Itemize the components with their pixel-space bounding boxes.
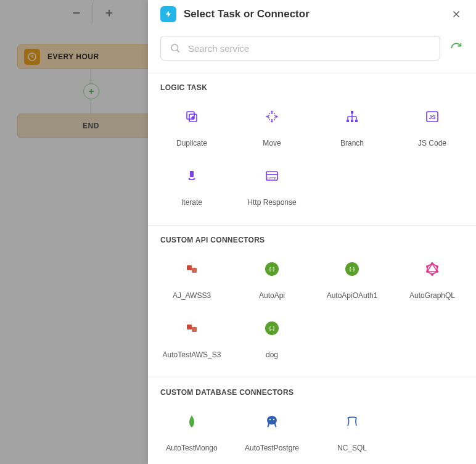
connector-tile[interactable]: JS Code <box>393 99 471 156</box>
tile-label: JS Code <box>418 139 446 147</box>
section: LOGIC TASKDuplicateMoveBranchJS CodeIter… <box>148 73 476 226</box>
duplicate-icon <box>183 108 200 125</box>
httpresponse-icon <box>263 167 281 184</box>
tile-label: dog <box>266 350 278 359</box>
tile-label: Duplicate <box>176 139 207 147</box>
section-header: CUSTOM API CONNECTORS <box>148 226 476 249</box>
panel-logo-icon <box>160 6 176 22</box>
refresh-icon <box>450 42 462 54</box>
move-icon <box>263 108 281 125</box>
tile-label: AJ_AWSS3 <box>173 291 211 300</box>
section: CUSTOM API CONNECTORSAJ_AWSS3AutoApiAuto… <box>148 226 476 378</box>
panel-header: Select Task or Connector <box>148 0 476 30</box>
tile-label: AutoApi <box>259 291 285 300</box>
section: CUSTOM DATABASE CONNECTORSAutoTestMongoA… <box>148 378 476 464</box>
api-green-icon <box>263 320 281 337</box>
connector-tile[interactable]: NC_SQL <box>313 404 391 461</box>
search-row <box>148 30 476 73</box>
tile-label: AutoTestAWS_S3 <box>163 350 221 359</box>
connector-tile[interactable]: AutoTestPostgre <box>233 404 311 461</box>
mongo-icon <box>183 413 200 430</box>
search-box[interactable] <box>160 36 440 60</box>
jscode-icon <box>424 108 441 125</box>
connector-tile[interactable]: AutoApi <box>233 252 311 309</box>
connector-tile[interactable]: Duplicate <box>153 99 231 156</box>
svg-point-8 <box>171 44 178 51</box>
section-header: LOGIC TASK <box>148 73 476 97</box>
refresh-button[interactable] <box>449 41 464 56</box>
connector-tile[interactable]: AutoTestAWS_S3 <box>153 311 231 368</box>
aws-icon <box>183 320 200 337</box>
connector-tile[interactable]: AutoApiOAuth1 <box>313 252 391 309</box>
api-green-icon <box>263 260 281 278</box>
connector-tile[interactable]: Move <box>233 99 311 156</box>
api-green-icon <box>343 260 361 278</box>
tile-label: AutoTestMongo <box>166 444 217 452</box>
connector-tile[interactable]: dog <box>233 311 311 368</box>
close-button[interactable] <box>449 7 464 22</box>
section-header: CUSTOM DATABASE CONNECTORS <box>148 378 476 402</box>
connector-tile[interactable]: Http Response <box>233 159 311 215</box>
tile-grid: DuplicateMoveBranchJS CodeIterateHttp Re… <box>148 97 476 218</box>
branch-icon <box>343 108 361 125</box>
iterate-icon <box>183 167 200 184</box>
tile-label: AutoApiOAuth1 <box>327 291 378 300</box>
postgres-icon <box>263 413 281 430</box>
tile-label: Branch <box>340 139 364 147</box>
aws-icon <box>183 260 200 278</box>
search-icon <box>170 43 181 54</box>
task-selector-panel: Select Task or Connector LOGIC TASKDupli… <box>148 0 476 464</box>
tile-label: NC_SQL <box>337 444 367 452</box>
tile-label: AutoGraphQL <box>409 291 455 300</box>
tile-label: AutoTestPostgre <box>245 444 299 452</box>
close-icon <box>451 9 462 20</box>
sql-icon <box>343 413 361 430</box>
svg-line-9 <box>177 50 179 52</box>
connector-tile[interactable]: AJ_AWSS3 <box>153 252 231 309</box>
connector-tile[interactable]: AutoTestMongo <box>153 404 231 461</box>
tile-grid: AJ_AWSS3AutoApiAutoApiOAuth1AutoGraphQLA… <box>148 249 476 370</box>
tile-grid: AutoTestMongoAutoTestPostgreNC_SQL <box>148 402 476 463</box>
connector-tile[interactable]: Iterate <box>153 159 231 215</box>
search-input[interactable] <box>188 43 431 54</box>
connector-tile[interactable]: AutoGraphQL <box>393 252 471 309</box>
tile-label: Iterate <box>181 198 202 207</box>
connector-tile[interactable]: Branch <box>313 99 391 156</box>
tile-label: Http Response <box>247 198 296 207</box>
graphql-icon <box>424 260 441 278</box>
tile-label: Move <box>263 139 281 147</box>
panel-title: Select Task or Connector <box>184 8 449 20</box>
